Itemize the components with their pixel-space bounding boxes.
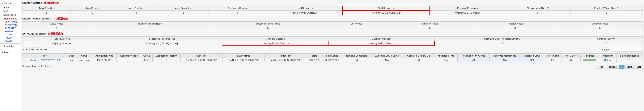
col-apps-pending: Apps Pending	[71, 6, 114, 10]
pagination-last[interactable]: Last	[634, 65, 643, 69]
col-total-resources: Total Resources	[342, 6, 430, 10]
search-input[interactable]	[611, 48, 643, 52]
col-min-allocation: Minimum Allocation	[222, 37, 328, 41]
val-apps-running: 0	[114, 10, 158, 15]
cluster-arrow-icon: ▾	[2, 2, 3, 4]
val-active-nodes: 3	[22, 26, 91, 30]
table-cell: History	[599, 58, 616, 62]
search-label: Search:	[602, 48, 610, 51]
col-unhealthy-nodes: Unhealthy Nodes	[387, 21, 473, 26]
col-queue: Queue	[141, 54, 152, 58]
val-apps-completed: 1	[158, 10, 208, 15]
table-cell: root	[67, 58, 76, 62]
col-lost-nodes: Lost Nodes	[326, 21, 387, 26]
col-apps-submitted: Apps Submitted	[22, 6, 71, 10]
val-unhealthy-nodes: 0	[387, 26, 473, 30]
main-content: Cluster Metrics 集群配置信息 Apps Submitted Ap…	[21, 0, 644, 111]
col-allocated-mem: Allocated Memory MB	[403, 54, 434, 58]
col-used-resources: Used Resources	[267, 6, 342, 10]
table-cell: default	[141, 58, 152, 62]
sidebar-item-running[interactable]: RUNNING	[0, 30, 21, 33]
val-decommissioned-nodes: 0	[210, 26, 326, 30]
pagination-first[interactable]: First	[596, 65, 605, 69]
table-cell: Sun Nov 7 15:42:47 +0800 2021	[265, 58, 307, 62]
cluster-metrics-section: Cluster Metrics 集群配置信息 Apps Submitted Ap…	[22, 1, 643, 15]
table-cell: N/A	[371, 58, 403, 62]
tracking-ui-link[interactable]: History	[604, 59, 611, 61]
sidebar-item-node-labels[interactable]: Node Labels	[0, 13, 21, 17]
sort-arrow-id: ▾	[46, 55, 46, 57]
applications-table: ID ▾ User Name Application Type Applicat…	[22, 53, 643, 62]
col-reserved-resources: Reserved Resources	[430, 6, 505, 10]
col-reserved-gpus: Reserved GPUs	[520, 54, 544, 58]
sidebar-divider-2	[0, 49, 21, 49]
col-shutdown-nodes: Shutdown Nodes	[557, 21, 643, 26]
show-entries-control: Show 20 50 100 entries	[22, 48, 48, 51]
sidebar-item-failed[interactable]: FAILED	[0, 36, 21, 39]
scheduler-metrics-section: Scheduler Metrics 容器配置信息 Scheduler Type …	[22, 32, 643, 46]
sidebar-item-applications[interactable]: Applications	[0, 17, 21, 20]
pagination-previous[interactable]: Previous	[606, 65, 618, 69]
table-cell: SUCCEEDED	[322, 58, 342, 62]
table-cell: N/A	[489, 58, 520, 62]
val-rebooted-nodes: 0	[473, 26, 557, 30]
col-phys-vcores: Physical VCores Used %	[570, 6, 642, 10]
sidebar-item-killed[interactable]: KILLED	[0, 39, 21, 42]
col-max-allocation: Maximum Allocation	[328, 37, 434, 41]
col-priority: Application Priority	[152, 54, 180, 58]
col-pct-cluster: % of Cluster	[562, 54, 580, 58]
val-min-allocation: <memory:1024, vCores:1>	[222, 41, 328, 46]
cluster-metrics-title: Cluster Metrics 集群配置信息	[22, 1, 643, 5]
col-scheduling-resource-type: Scheduling Resource Type	[102, 37, 222, 41]
scheduler-metrics-title: Scheduler Metrics 容器配置信息	[22, 32, 643, 36]
sidebar-item-accepted[interactable]: ACCEPTED	[0, 27, 21, 30]
col-blacklisted: Blacklisted Nodes	[616, 54, 642, 58]
sidebar-divider	[0, 43, 21, 44]
pagination-next[interactable]: Next	[625, 65, 634, 69]
col-apps-running: Apps Running	[114, 6, 158, 10]
table-row: application_1636270622581_0001rootword c…	[22, 58, 643, 62]
col-rebooted-nodes: Rebooted Nodes	[473, 21, 557, 26]
sidebar-item-finished[interactable]: FINISHED	[0, 33, 21, 36]
col-final-status: FinalStatus	[322, 54, 342, 58]
col-user: User	[67, 54, 76, 58]
table-cell: N/A	[458, 58, 489, 62]
col-reserved-mem: Reserved Memory MB	[489, 54, 520, 58]
app-id-link[interactable]: application_1636270622581_0001	[28, 59, 62, 61]
val-scheduling-resource-type: [memory-mb (unit=Mi), vcores]	[102, 41, 222, 46]
node-metrics-section: Cluster Nodes Metrics 节点配置信息 Active Node…	[22, 17, 643, 30]
table-cell	[116, 58, 141, 62]
table-cell: application_1636270622581_0001	[22, 58, 67, 62]
table-cell: N/A	[434, 58, 458, 62]
node-metrics-title: Cluster Nodes Metrics 节点配置信息	[22, 17, 643, 20]
scheduler-metrics-table: Scheduler Type Scheduling Resource Type …	[22, 36, 643, 46]
val-reserved-resources: <memory:0 B, vCores:0>	[430, 10, 505, 15]
sidebar-item-submitted[interactable]: SUBMITTED	[0, 24, 21, 27]
table-cell: N/A	[520, 58, 544, 62]
val-max-allocation: <memory:2048, vCores:2>	[328, 41, 434, 46]
cluster-nav-header[interactable]: ▾ Cluster	[0, 1, 21, 5]
sidebar-item-scheduler[interactable]: Scheduler	[0, 44, 21, 48]
search-bar: Search:	[602, 48, 643, 52]
pagination-page-1[interactable]: 1	[619, 65, 624, 69]
sidebar-item-about[interactable]: About	[0, 5, 21, 9]
col-tracking-ui: Tracking UI	[599, 54, 616, 58]
node-metrics-table: Active Nodes Decommissioning Nodes Decom…	[22, 21, 643, 30]
table-cell: 0	[616, 58, 642, 62]
sidebar-item-new-saving[interactable]: NEW_SAVING	[0, 20, 21, 24]
table-cell: MAPREDUCE	[92, 58, 116, 62]
table-cell: 0	[152, 58, 180, 62]
val-containers-running: 0	[208, 10, 267, 15]
col-app-type: Application Type	[92, 54, 116, 58]
show-entries-select[interactable]: 20 50 100	[30, 48, 39, 51]
col-running-containers: Running Containers	[342, 54, 371, 58]
tools-nav-header[interactable]: ▸ Tools	[0, 50, 21, 54]
val-max-priority: 0	[434, 41, 570, 46]
col-allocated-gpus: Allocated GPUs	[434, 54, 458, 58]
col-active-nodes: Active Nodes	[22, 21, 91, 26]
table-cell: Sun Nov 7 15:42:31 +0800 2021	[180, 58, 222, 62]
col-scheduler-type: Scheduler Type	[22, 37, 102, 41]
col-reserved-cpu: Reserved CPU VCores	[458, 54, 489, 58]
col-id[interactable]: ID ▾	[22, 54, 67, 58]
sidebar-item-nodes[interactable]: Nodes	[0, 9, 21, 13]
